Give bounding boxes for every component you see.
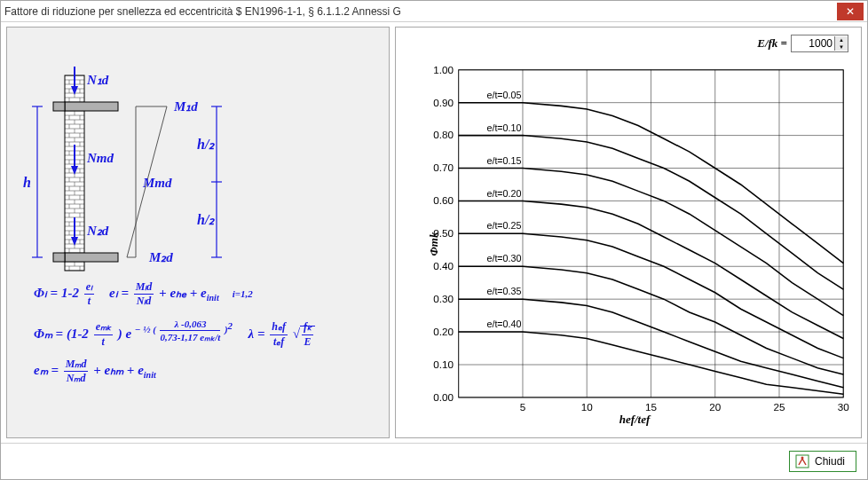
svg-text:0.90: 0.90 (433, 97, 454, 108)
dialog-window: Fattore di riduzione per snellezza ed ec… (0, 0, 868, 480)
svg-text:e/t=0.30: e/t=0.30 (487, 253, 522, 264)
svg-text:15: 15 (645, 401, 657, 413)
formula-em: eₘ = MₘdNₘd + eₕₘ + einit (34, 358, 380, 386)
reduction-factor-chart: 510152025300.000.100.200.300.400.500.600… (419, 63, 850, 425)
efk-label: E/fk = (757, 36, 787, 51)
window-title: Fattore di riduzione per snellezza ed ec… (4, 5, 837, 18)
svg-rect-3 (53, 102, 65, 111)
svg-text:0.70: 0.70 (433, 161, 454, 173)
label-Mmd: Mmd (142, 176, 172, 190)
svg-text:0.60: 0.60 (433, 194, 454, 206)
label-M1d: M₁d (173, 99, 198, 114)
svg-point-67 (801, 457, 803, 460)
chart-pane: E/fk = ▲ ▼ Φmk 510152025300.000.100.200.… (395, 27, 862, 438)
titlebar: Fattore di riduzione per snellezza ed ec… (1, 1, 867, 22)
exit-icon (795, 454, 809, 468)
formula-block: Φᵢ = 1-2 eᵢt eᵢ = MᵢdNᵢd + eₕₑ + einit i… (34, 280, 380, 395)
svg-text:0.00: 0.00 (433, 391, 454, 403)
label-h2-top: h/₂ (197, 137, 216, 152)
svg-text:e/t=0.40: e/t=0.40 (487, 319, 522, 329)
close-button-label: Chiudi (815, 455, 845, 468)
chart-area: Φmk 510152025300.000.100.200.300.400.500… (419, 63, 850, 425)
wall-diagram: N₁d Nmd N₂d M₁d Mmd M₂d (16, 40, 371, 279)
spinner-down-button[interactable]: ▼ (834, 43, 848, 51)
label-M2d: M₂d (148, 250, 173, 264)
dialog-footer: Chiudi (1, 443, 867, 479)
efk-input[interactable] (792, 36, 834, 51)
svg-text:e/t=0.20: e/t=0.20 (487, 188, 522, 199)
svg-text:0.80: 0.80 (433, 129, 454, 140)
svg-text:e/t=0.35: e/t=0.35 (487, 286, 522, 296)
svg-text:30: 30 (838, 401, 849, 413)
svg-text:5: 5 (520, 401, 525, 413)
content-area: N₁d Nmd N₂d M₁d Mmd M₂d (1, 21, 867, 444)
svg-rect-4 (65, 253, 118, 262)
efk-spinner[interactable]: ▲ ▼ (791, 35, 848, 52)
svg-text:1.00: 1.00 (433, 64, 454, 75)
efk-control: E/fk = ▲ ▼ (757, 35, 848, 52)
label-Nmd: Nmd (86, 151, 114, 165)
close-icon: ✕ (846, 5, 855, 18)
diagram-pane: N₁d Nmd N₂d M₁d Mmd M₂d (6, 27, 390, 438)
y-axis-label: Φmk (427, 232, 441, 256)
formula-phi-m: Φₘ = (1-2 eₘₖt ) e − ½ ( λ -0,0630,73-1,… (34, 318, 380, 349)
label-N1d: N₁d (86, 73, 109, 87)
close-button[interactable]: Chiudi (789, 451, 856, 472)
svg-text:e/t=0.15: e/t=0.15 (487, 155, 522, 166)
svg-text:0.40: 0.40 (433, 260, 454, 271)
label-h: h (23, 175, 31, 190)
svg-text:e/t=0.05: e/t=0.05 (487, 90, 522, 100)
svg-rect-5 (53, 253, 65, 262)
svg-text:20: 20 (709, 401, 721, 413)
svg-text:0.10: 0.10 (433, 358, 454, 370)
svg-text:0.30: 0.30 (433, 293, 454, 304)
window-close-button[interactable]: ✕ (837, 3, 864, 20)
svg-text:e/t=0.10: e/t=0.10 (487, 122, 522, 133)
label-N2d: N₂d (86, 224, 109, 238)
x-axis-label: hef/tef (619, 413, 651, 427)
svg-text:0.20: 0.20 (433, 326, 454, 337)
svg-rect-2 (65, 102, 118, 111)
svg-text:25: 25 (773, 401, 785, 413)
formula-phi-i: Φᵢ = 1-2 eᵢt eᵢ = MᵢdNᵢd + eₕₑ + einit i… (34, 280, 380, 309)
svg-text:e/t=0.25: e/t=0.25 (487, 220, 522, 231)
label-h2-bot: h/₂ (197, 212, 216, 227)
svg-text:10: 10 (581, 401, 593, 413)
spinner-up-button[interactable]: ▲ (834, 36, 848, 43)
